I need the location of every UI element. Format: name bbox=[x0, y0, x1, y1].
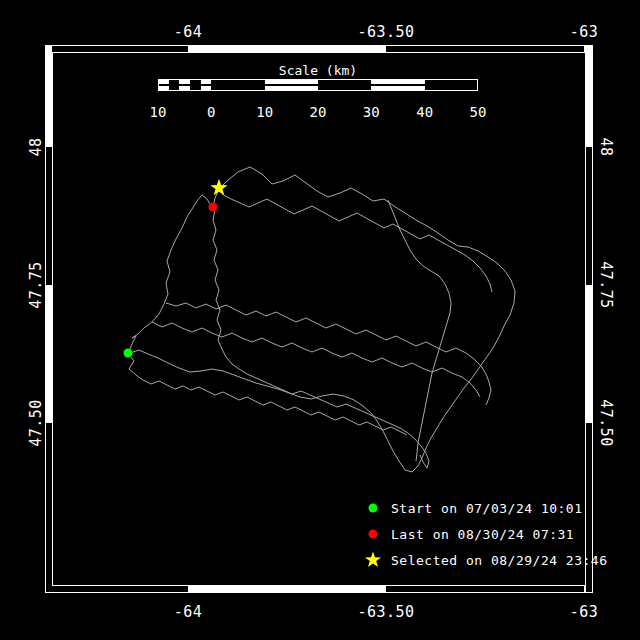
track-line bbox=[128, 353, 407, 435]
start-marker bbox=[124, 349, 133, 358]
track-line bbox=[152, 322, 480, 397]
track-line bbox=[222, 194, 492, 292]
legend-marker-0 bbox=[369, 504, 378, 513]
frame-segment bbox=[386, 45, 584, 52]
frame-segment bbox=[45, 147, 52, 285]
scale-tick-label: 50 bbox=[470, 104, 487, 120]
legend-label-selected: Selected on 08/29/24 23:46 bbox=[391, 553, 608, 568]
legend: Start on 07/03/24 10:01 Last on 08/30/24… bbox=[365, 501, 608, 568]
scale-tick-label: 10 bbox=[256, 104, 273, 120]
scale-bar-title: Scale (km) bbox=[279, 63, 357, 78]
lon-label-top-0: -64 bbox=[174, 23, 203, 41]
lon-label-bottom-1: -63.50 bbox=[357, 603, 414, 621]
lon-label-top-1: -63.50 bbox=[357, 23, 414, 41]
frame-segment bbox=[45, 423, 52, 593]
legend-markers bbox=[365, 504, 381, 567]
frame-segment bbox=[586, 45, 593, 147]
scale-bar-block-line bbox=[265, 84, 318, 86]
legend-marker-1 bbox=[369, 530, 378, 539]
lat-label-left-1: 47.75 bbox=[27, 261, 45, 309]
frame-segment bbox=[45, 285, 52, 423]
frame-segment bbox=[586, 147, 593, 285]
lat-label-right-2: 47.50 bbox=[597, 399, 615, 447]
frame-segment bbox=[188, 45, 386, 52]
lat-label-left-0: 48 bbox=[27, 137, 45, 156]
scale-bar-labels: 1001020304050 bbox=[150, 104, 487, 120]
track-polylines bbox=[128, 167, 515, 472]
scale-tick-label: 10 bbox=[150, 104, 167, 120]
legend-marker-2 bbox=[365, 552, 381, 567]
lon-label-bottom-0: -64 bbox=[174, 603, 203, 621]
scale-tick-label: 30 bbox=[363, 104, 380, 120]
lon-label-bottom-2: -63 bbox=[570, 603, 599, 621]
scale-tick-label: 20 bbox=[310, 104, 327, 120]
scale-bar-block-line bbox=[201, 84, 212, 86]
legend-label-start: Start on 07/03/24 10:01 bbox=[391, 501, 583, 516]
last-marker bbox=[209, 203, 218, 212]
map-markers bbox=[124, 179, 228, 358]
frame-segment bbox=[586, 285, 593, 423]
frame-segment bbox=[45, 45, 52, 147]
track-line bbox=[128, 188, 219, 353]
lat-label-right-0: 48 bbox=[597, 137, 615, 156]
lat-label-left-2: 47.50 bbox=[27, 399, 45, 447]
scale-tick-label: 40 bbox=[416, 104, 433, 120]
scale-tick-label: 0 bbox=[207, 104, 215, 120]
selected-marker bbox=[210, 179, 227, 195]
lat-label-right-1: 47.75 bbox=[597, 261, 615, 309]
frame-segment bbox=[45, 586, 188, 593]
scale-bar bbox=[158, 79, 478, 91]
track-map-figure: Scale (km) 1001020304050 -64 -63.50 -63 … bbox=[0, 0, 640, 640]
scale-bar-block-line bbox=[179, 84, 190, 86]
frame-segment bbox=[45, 45, 188, 52]
track-line bbox=[128, 167, 515, 472]
frame-segment bbox=[386, 586, 584, 593]
legend-label-last: Last on 08/30/24 07:31 bbox=[391, 527, 574, 542]
lon-label-top-2: -63 bbox=[570, 23, 599, 41]
track-line bbox=[166, 303, 491, 405]
scale-bar-block-line bbox=[371, 84, 424, 86]
frame-segment bbox=[188, 586, 386, 593]
scale-bar-block-line bbox=[158, 84, 169, 86]
